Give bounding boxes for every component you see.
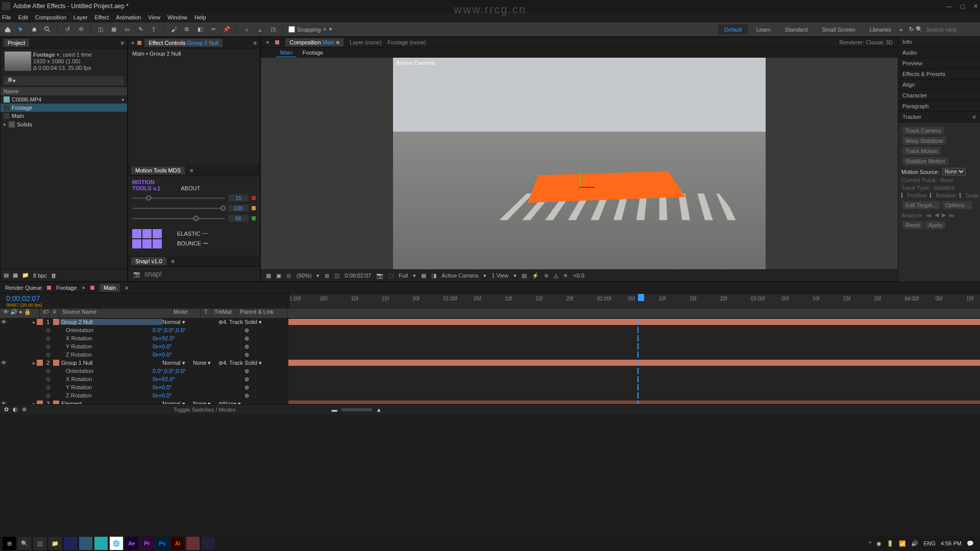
timeline-property-row[interactable]: ⊙ Y Rotation 0x+0.0° ⊚: [0, 342, 980, 350]
snap-icon-2[interactable]: ✦: [328, 26, 333, 33]
clock[interactable]: 4:56 PM: [941, 540, 962, 546]
trash-icon[interactable]: 🗑: [51, 272, 57, 279]
pickwhip-icon[interactable]: ⊚: [218, 400, 223, 405]
effect-controls-tab[interactable]: Effect Controls: [149, 40, 185, 46]
type-tool-icon[interactable]: T: [149, 25, 158, 34]
col-parent[interactable]: Parent & Link: [237, 309, 288, 318]
workspace-default[interactable]: Default: [718, 24, 748, 35]
snapshot-icon[interactable]: 📷: [376, 272, 383, 279]
property-value[interactable]: 0x+92.0°: [153, 335, 193, 341]
pickwhip-icon[interactable]: ⊚: [244, 368, 249, 374]
motion-tools-tab[interactable]: Motion Tools MDS: [131, 166, 185, 174]
timeline-tab-main[interactable]: Main: [100, 284, 120, 292]
clone-tool-icon[interactable]: ⧉: [182, 25, 191, 34]
col-trkmat[interactable]: TrkMat: [211, 309, 237, 318]
roi-icon[interactable]: ⬚: [388, 272, 394, 279]
ps-icon[interactable]: Ps: [156, 537, 169, 550]
workspace-standard[interactable]: Standard: [779, 24, 814, 35]
pickwhip-icon[interactable]: ⊚: [244, 343, 249, 350]
timeline-property-row[interactable]: ⊙ Orientation 0.0°,0.0°,0.0° ⊚: [0, 367, 980, 375]
menu-file[interactable]: File: [2, 14, 11, 20]
timeline-tab-footage[interactable]: Footage: [56, 285, 77, 291]
warp-stabilizer-button[interactable]: Warp Stabilizer: [902, 137, 946, 145]
property-value[interactable]: 0x+92.0°: [153, 376, 193, 382]
reset-workspace-icon[interactable]: ↻: [909, 26, 914, 33]
pickwhip-icon[interactable]: ⊚: [244, 392, 249, 399]
menu-layer[interactable]: Layer: [74, 14, 88, 20]
workspace-learn[interactable]: Learn: [750, 24, 776, 35]
visibility-icon[interactable]: 👁: [0, 400, 7, 404]
stopwatch-icon[interactable]: ⊙: [46, 392, 51, 399]
timeline-timecode[interactable]: 0:00:02:07: [0, 294, 288, 303]
rect-tool-icon[interactable]: ▭: [122, 25, 132, 34]
pickwhip-icon[interactable]: ⊚: [244, 376, 249, 383]
mode-dropdown[interactable]: Normal ▾: [162, 319, 193, 325]
mode-dropdown[interactable]: Normal ▾: [162, 360, 193, 366]
interpret-icon[interactable]: ▤: [4, 272, 9, 279]
project-item[interactable]: Main: [1, 112, 127, 120]
tray-chevron-icon[interactable]: ^: [869, 540, 871, 546]
effects-presets-panel[interactable]: Effects & Presets: [898, 69, 980, 80]
property-value[interactable]: 0x+0.0°: [153, 352, 193, 358]
pan-behind-icon[interactable]: ▦: [109, 25, 118, 34]
exposure-value[interactable]: +0.0: [573, 272, 584, 279]
panel-close-icon[interactable]: ×: [131, 40, 134, 46]
timeline-zoom-slider[interactable]: [341, 408, 372, 411]
toggle-switches[interactable]: Toggle Switches / Modes: [174, 407, 236, 413]
app-icon[interactable]: [64, 537, 77, 550]
stopwatch-icon[interactable]: ⊙: [46, 327, 51, 334]
project-item[interactable]: C0086.MP4▪: [1, 95, 127, 104]
timeline-property-row[interactable]: ⊙ Z Rotation 0x+0.0° ⊚: [0, 391, 980, 399]
track-motion-button[interactable]: Track Motion: [902, 147, 941, 155]
stopwatch-icon[interactable]: ⊙: [46, 384, 51, 391]
elastic-label[interactable]: ELASTIC: [177, 231, 201, 237]
timeline-property-row[interactable]: ⊙ X Rotation 0x+92.0° ⊚: [0, 375, 980, 383]
info-panel[interactable]: Info: [898, 37, 980, 47]
pr-icon[interactable]: Pr: [140, 537, 154, 550]
app-icon[interactable]: [79, 537, 92, 550]
pickwhip-icon[interactable]: ⊚: [218, 319, 223, 325]
timeline-property-row[interactable]: ⊙ Orientation 0.0°,0.0°,0.0° ⊚: [0, 326, 980, 334]
battery-icon[interactable]: 🔋: [887, 540, 894, 547]
panel-close-icon[interactable]: ×: [266, 39, 269, 45]
chrome-icon[interactable]: 🌐: [110, 537, 123, 550]
visibility-icon[interactable]: 👁: [0, 360, 7, 366]
panel-menu-icon[interactable]: ≡: [172, 258, 175, 264]
camera-name[interactable]: Active Camera: [442, 272, 478, 279]
panel-menu-icon[interactable]: ≡: [121, 40, 124, 46]
brush-tool-icon[interactable]: 🖌: [169, 25, 178, 34]
col-t[interactable]: T: [201, 309, 211, 318]
property-value[interactable]: 0x+0.0°: [153, 392, 193, 398]
timecode[interactable]: 0:00:02:07: [345, 272, 371, 279]
zoom-out-icon[interactable]: ▬: [332, 407, 337, 413]
new-folder-icon[interactable]: 📁: [22, 272, 29, 279]
view-layout[interactable]: 1 View: [492, 272, 508, 279]
stabilize-button[interactable]: Stabilize Motion: [902, 157, 948, 165]
orbit-tool-icon[interactable]: ↺: [63, 25, 72, 34]
timeline-layer-row[interactable]: 👁 ▸ 2 Group 1 Null Normal ▾ None ▾ ⊚ 4. …: [0, 359, 980, 367]
col-source[interactable]: Source Name: [59, 309, 170, 318]
volume-icon[interactable]: 🔊: [911, 540, 918, 547]
snap-panel-tab[interactable]: Snap! v1.0: [131, 257, 166, 265]
label-swatch[interactable]: [37, 360, 43, 366]
trkmat-dropdown[interactable]: None ▾: [193, 400, 218, 405]
telegram-icon[interactable]: [94, 537, 108, 550]
axis-view-icon[interactable]: ◳: [268, 25, 278, 34]
exposure-reset-icon[interactable]: ☀: [563, 272, 568, 279]
property-value[interactable]: 0.0°,0.0°,0.0°: [153, 368, 193, 374]
fast-preview-icon[interactable]: ⚡: [532, 272, 539, 279]
panel-menu-icon[interactable]: ≡: [973, 114, 976, 120]
audio-panel[interactable]: Audio: [898, 47, 980, 58]
roto-tool-icon[interactable]: ✂: [209, 25, 218, 34]
mode-dropdown[interactable]: Normal ▾: [162, 400, 193, 405]
paragraph-panel[interactable]: Paragraph: [898, 101, 980, 112]
3d-view-icon[interactable]: ◨: [431, 272, 436, 279]
timeline-layer-row[interactable]: 👁 ▸ 3 Element Normal ▾ None ▾ ⊚ None ▾: [0, 399, 980, 404]
motion-slider-1[interactable]: 15: [132, 194, 256, 202]
pixel-aspect-icon[interactable]: ▤: [522, 272, 527, 279]
subtab-footage[interactable]: Footage: [303, 49, 323, 56]
label-swatch[interactable]: [37, 400, 43, 404]
layer-name[interactable]: Group 2 Null: [60, 319, 162, 325]
timeline-property-row[interactable]: ⊙ Y Rotation 0x+0.0° ⊚: [0, 383, 980, 391]
selection-tool-icon[interactable]: [16, 25, 26, 34]
